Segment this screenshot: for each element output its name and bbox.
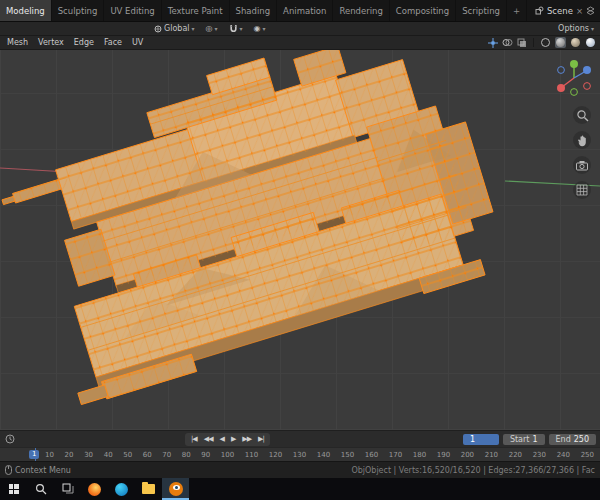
- play-reverse-button[interactable]: ◀: [217, 434, 227, 445]
- scene-selector-group: Scene ×: [530, 0, 600, 21]
- timeline-editor-icon[interactable]: [0, 434, 15, 444]
- axis-y-handle: [570, 60, 578, 68]
- menu-face[interactable]: Face: [99, 36, 127, 50]
- chevron-down-icon: ▾: [591, 25, 594, 32]
- ruler-label: 80: [182, 451, 191, 459]
- shading-material-button[interactable]: [570, 37, 581, 48]
- mouse-hint: Context Menu: [5, 465, 71, 475]
- axis-z-neg-handle: [558, 67, 565, 74]
- ruler-label: 150: [341, 451, 354, 459]
- tab-scripting[interactable]: Scripting: [456, 0, 507, 21]
- tab-texture-paint[interactable]: Texture Paint: [162, 0, 230, 21]
- axis-x-handle: [557, 84, 565, 92]
- tab-modeling[interactable]: Modeling: [0, 0, 52, 21]
- zoom-tool[interactable]: [573, 106, 591, 124]
- end-value: 250: [574, 435, 589, 444]
- next-keyframe-button[interactable]: ▶▶: [239, 434, 254, 445]
- menu-vertex[interactable]: Vertex: [33, 36, 69, 50]
- tab-compositing[interactable]: Compositing: [390, 0, 456, 21]
- shading-wireframe-button[interactable]: [540, 37, 551, 48]
- tab-sculpting[interactable]: Sculpting: [52, 0, 105, 21]
- scene-selector[interactable]: Scene: [547, 6, 573, 16]
- ruler-label: 90: [201, 451, 210, 459]
- menu-uv[interactable]: UV: [127, 36, 148, 50]
- ruler-label: 120: [269, 451, 282, 459]
- scene-icon: [535, 6, 544, 15]
- blender-icon: [169, 482, 183, 496]
- ruler-label: 240: [557, 451, 570, 459]
- 3d-viewport[interactable]: [0, 50, 600, 430]
- taskbar-search-button[interactable]: [27, 478, 54, 500]
- transform-tools: Global ▾ ◎ ▾ ▾ ◉ ▾: [152, 22, 268, 35]
- viewport-header-row2: Mesh Vertex Edge Face UV: [0, 36, 600, 50]
- timeline-header: |◀ ◀◀ ◀ ▶ ▶▶ ▶| 1 Start 1 End 250: [0, 430, 600, 447]
- ruler-label: 230: [533, 451, 546, 459]
- current-frame-field[interactable]: 1: [463, 434, 499, 445]
- ruler-label: 110: [245, 451, 258, 459]
- timeline-ruler[interactable]: 0 10 20 30 40 50 60 70 80 90 100 110 120…: [0, 447, 600, 461]
- ruler-label: 160: [365, 451, 378, 459]
- firefox-icon: [88, 483, 101, 496]
- start-button[interactable]: [0, 478, 27, 500]
- blender-window: Modeling Sculpting UV Editing Texture Pa…: [0, 0, 600, 500]
- ruler-label: 210: [485, 451, 498, 459]
- previous-keyframe-button[interactable]: ◀◀: [201, 434, 216, 445]
- spaceship-mesh[interactable]: [0, 50, 512, 411]
- separator: [533, 38, 534, 47]
- axis-x-neg-handle: [584, 83, 591, 90]
- ruler-label: 190: [437, 451, 450, 459]
- file-explorer-icon: [142, 484, 155, 494]
- ruler-label: 60: [143, 451, 152, 459]
- snap-toggle[interactable]: ▾: [227, 22, 245, 35]
- camera-view-toggle[interactable]: [573, 156, 591, 174]
- start-frame-field[interactable]: Start 1: [503, 434, 545, 445]
- shading-solid-button[interactable]: [555, 37, 566, 48]
- menu-edge[interactable]: Edge: [69, 36, 99, 50]
- ruler-label: 220: [509, 451, 522, 459]
- tab-uv-editing[interactable]: UV Editing: [104, 0, 161, 21]
- transform-orientation-dropdown[interactable]: Global ▾: [152, 22, 197, 35]
- menu-mesh[interactable]: Mesh: [2, 36, 33, 50]
- play-button[interactable]: ▶: [228, 434, 238, 445]
- tab-animation[interactable]: Animation: [277, 0, 333, 21]
- view-navigation-gizmo[interactable]: [552, 56, 596, 100]
- tab-shading[interactable]: Shading: [230, 0, 278, 21]
- edit-mode-menus: Mesh Vertex Edge Face UV: [0, 36, 148, 50]
- proportional-editing-toggle[interactable]: ◉ ▾: [252, 22, 268, 35]
- options-label: Options: [558, 24, 589, 33]
- axis-z-handle: [583, 66, 591, 74]
- jump-to-start-button[interactable]: |◀: [188, 434, 200, 445]
- workspace-tabs: Modeling Sculpting UV Editing Texture Pa…: [0, 0, 527, 21]
- add-workspace-button[interactable]: +: [507, 0, 527, 21]
- status-bar: Context Menu ObjObject | Verts:16,520/16…: [0, 461, 600, 478]
- taskbar-edge[interactable]: [108, 478, 135, 500]
- pivot-icon: ◎: [206, 24, 213, 33]
- proportional-editing-icon: ◉: [254, 24, 261, 33]
- ruler-label: 200: [461, 451, 474, 459]
- view-layer-icon[interactable]: [586, 6, 595, 15]
- gizmos-toggle-icon[interactable]: [488, 38, 498, 48]
- ruler-label: 130: [293, 451, 306, 459]
- end-frame-field[interactable]: End 250: [549, 434, 596, 445]
- ruler-label: 50: [123, 451, 132, 459]
- taskbar-file-explorer[interactable]: [135, 478, 162, 500]
- overlays-toggle-icon[interactable]: [502, 38, 513, 47]
- tab-rendering[interactable]: Rendering: [333, 0, 389, 21]
- ruler-label: 40: [104, 451, 113, 459]
- ruler-label: 170: [389, 451, 402, 459]
- xray-toggle-icon[interactable]: [517, 38, 527, 48]
- scene-unlink-icon[interactable]: ×: [576, 6, 583, 16]
- orthographic-toggle-icon[interactable]: [573, 181, 591, 199]
- ruler-label: 250: [581, 451, 594, 459]
- task-view-icon: [62, 483, 74, 495]
- task-view-button[interactable]: [54, 478, 81, 500]
- pivot-point-dropdown[interactable]: ◎ ▾: [204, 22, 220, 35]
- taskbar-blender[interactable]: [162, 478, 189, 500]
- viewport-options: Options ▾: [556, 22, 600, 35]
- jump-to-end-button[interactable]: ▶|: [255, 434, 267, 445]
- magnet-icon: [229, 24, 238, 34]
- shading-rendered-button[interactable]: [585, 37, 596, 48]
- pan-tool[interactable]: [573, 131, 591, 149]
- options-dropdown[interactable]: Options ▾: [556, 22, 596, 35]
- taskbar-firefox[interactable]: [81, 478, 108, 500]
